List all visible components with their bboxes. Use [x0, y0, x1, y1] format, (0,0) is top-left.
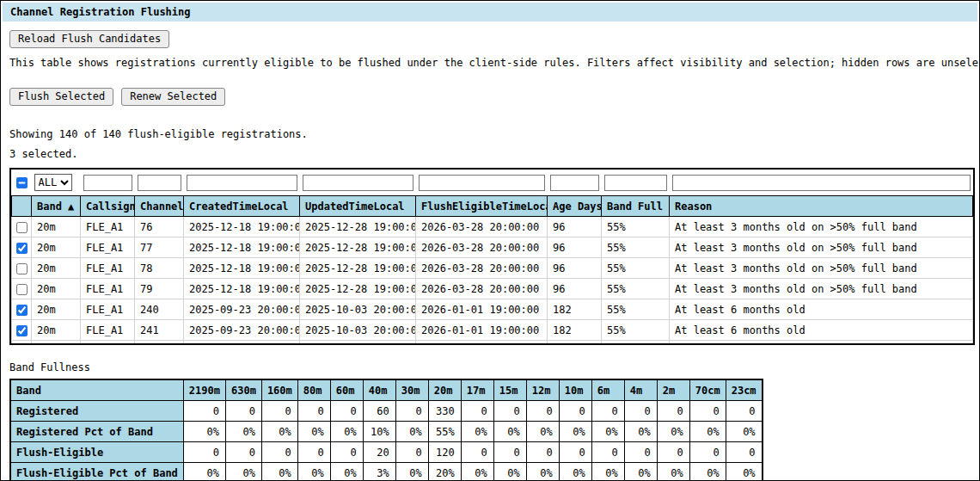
band-value-cell: 0%	[330, 463, 363, 481]
band-value-cell: 0	[330, 442, 363, 463]
cell-updated-time: 2025-10-03 20:00:00	[300, 320, 416, 341]
cell-age-days: 182	[548, 341, 602, 346]
row-select-checkbox[interactable]	[16, 305, 28, 316]
band-fullness-table: Band 2190m630m160m80m60m40m30m20m17m15m1…	[9, 379, 763, 481]
row-select-checkbox[interactable]	[16, 325, 28, 336]
band-value-cell: 0%	[461, 422, 493, 442]
band-value-cell: 0%	[657, 422, 689, 442]
band-value-cell: 0%	[559, 463, 591, 481]
band-value-cell: 0%	[261, 463, 297, 481]
cell-callsign: FLE_A1	[81, 258, 135, 279]
cell-updated-time: 2025-10-03 20:00:00	[300, 341, 416, 346]
band-value-cell: 0	[591, 442, 624, 463]
filter-reason-input[interactable]	[672, 175, 971, 191]
band-value-cell: 0%	[395, 463, 428, 481]
filter-row: ALL	[12, 170, 973, 196]
band-value-cell: 0	[395, 401, 428, 422]
table-body: 20m FLE_A1 76 2025-12-18 19:00:00 2025-1…	[12, 217, 973, 346]
cell-band: 20m	[32, 279, 81, 299]
reload-flush-candidates-button[interactable]: Reload Flush Candidates	[9, 30, 169, 48]
band-row-label: Flush-Eligible	[10, 442, 183, 463]
column-header[interactable]: UpdatedTimeLocal	[300, 196, 416, 217]
band-value-cell: 0%	[689, 422, 726, 442]
band-value-cell: 0%	[183, 422, 225, 442]
filter-updated-input[interactable]	[303, 175, 413, 191]
column-header[interactable]: Age Days	[548, 196, 602, 217]
cell-created-time: 2025-12-18 19:00:00	[184, 279, 300, 299]
cell-age-days: 96	[548, 237, 602, 258]
band-value-cell: 0%	[657, 463, 689, 481]
cell-band: 20m	[32, 237, 81, 258]
cell-band-full-pct: 55%	[602, 237, 670, 258]
description-text: This table shows registrations currently…	[9, 57, 971, 69]
renew-selected-button[interactable]: Renew Selected	[121, 88, 225, 106]
band-name-header: 40m	[363, 379, 395, 401]
band-value-cell: 0%	[726, 422, 762, 442]
band-row-label: Registered Pct of Band	[10, 422, 183, 442]
band-name-header: 20m	[428, 379, 461, 401]
band-table-row: Flush-Eligible 00000200120000000000	[10, 442, 763, 463]
cell-callsign: FLE_A1	[81, 279, 135, 299]
filter-callsign-input[interactable]	[83, 175, 132, 191]
band-value-cell: 0	[261, 401, 297, 422]
column-header[interactable]: FlushEligibleTimeLocal	[416, 196, 548, 217]
column-header[interactable]	[12, 196, 32, 217]
band-value-cell: 0	[591, 401, 624, 422]
cell-reason: At least 3 months old on >50% full band	[670, 237, 973, 258]
column-header[interactable]: Band ▲	[32, 196, 81, 217]
cell-flush-eligible-time: 2026-03-28 20:00:00	[416, 237, 548, 258]
column-header[interactable]: Callsign	[81, 196, 135, 217]
band-value-cell: 55%	[428, 422, 461, 442]
select-all-checkbox[interactable]	[16, 177, 28, 188]
row-select-checkbox[interactable]	[16, 284, 28, 295]
row-select-checkbox[interactable]	[16, 222, 28, 233]
cell-reason: At least 3 months old on >50% full band	[670, 279, 973, 299]
band-name-header: 80m	[297, 379, 330, 401]
band-value-cell: 0	[689, 442, 726, 463]
column-header[interactable]: Channel	[135, 196, 184, 217]
band-name-header: 6m	[591, 379, 624, 401]
column-header[interactable]: Reason	[670, 196, 973, 217]
column-header[interactable]: Band Full %	[602, 196, 670, 217]
band-name-header: 15m	[493, 379, 526, 401]
filter-age-days-input[interactable]	[550, 175, 599, 191]
filter-band-full-input[interactable]	[604, 175, 667, 191]
band-table-row: Flush-Eligible Pct of Band 0%0%0%0%0%3%0…	[10, 463, 763, 481]
band-header-row: Band 2190m630m160m80m60m40m30m20m17m15m1…	[10, 379, 763, 401]
band-value-cell: 0%	[330, 422, 363, 442]
band-value-cell: 0%	[526, 422, 559, 442]
row-select-checkbox[interactable]	[16, 263, 28, 274]
cell-channel: 76	[135, 217, 184, 237]
table-row: 20m FLE_A1 77 2025-12-18 19:00:00 2025-1…	[12, 237, 973, 258]
cell-age-days: 96	[548, 258, 602, 279]
band-value-cell: 0%	[624, 422, 657, 442]
cell-band-full-pct: 55%	[602, 258, 670, 279]
band-row-label: Flush-Eligible Pct of Band	[10, 463, 183, 481]
filter-created-input[interactable]	[187, 175, 297, 191]
cell-channel: 241	[135, 320, 184, 341]
band-value-cell: 0	[225, 401, 261, 422]
page: Channel Registration Flushing Reload Flu…	[0, 0, 980, 481]
selected-count-status: 3 selected.	[9, 148, 979, 160]
cell-updated-time: 2025-12-28 19:00:00	[300, 279, 416, 299]
band-value-cell: 0	[183, 401, 225, 422]
band-filter-select[interactable]: ALL	[34, 174, 72, 191]
band-value-cell: 0%	[297, 422, 330, 442]
band-value-cell: 0	[657, 401, 689, 422]
cell-callsign: FLE_A1	[81, 341, 135, 346]
band-name-header: 630m	[225, 379, 261, 401]
column-header[interactable]: CreatedTimeLocal	[184, 196, 300, 217]
filter-channel-input[interactable]	[138, 175, 181, 191]
cell-channel: 242	[135, 341, 184, 346]
row-select-checkbox[interactable]	[16, 243, 28, 254]
flush-selected-button[interactable]: Flush Selected	[9, 88, 113, 106]
band-value-cell: 0%	[526, 463, 559, 481]
cell-flush-eligible-time: 2026-01-01 19:00:00	[416, 341, 548, 346]
cell-channel: 78	[135, 258, 184, 279]
registrations-table-container[interactable]: ALL Band ▲CallsignChannelCreatedTimeLoca…	[9, 168, 975, 345]
band-name-header: 4m	[624, 379, 657, 401]
band-value-cell: 0%	[461, 463, 493, 481]
filter-flush-eligible-input[interactable]	[419, 175, 545, 191]
cell-updated-time: 2025-12-28 19:00:00	[300, 258, 416, 279]
band-value-cell: 0%	[225, 422, 261, 442]
